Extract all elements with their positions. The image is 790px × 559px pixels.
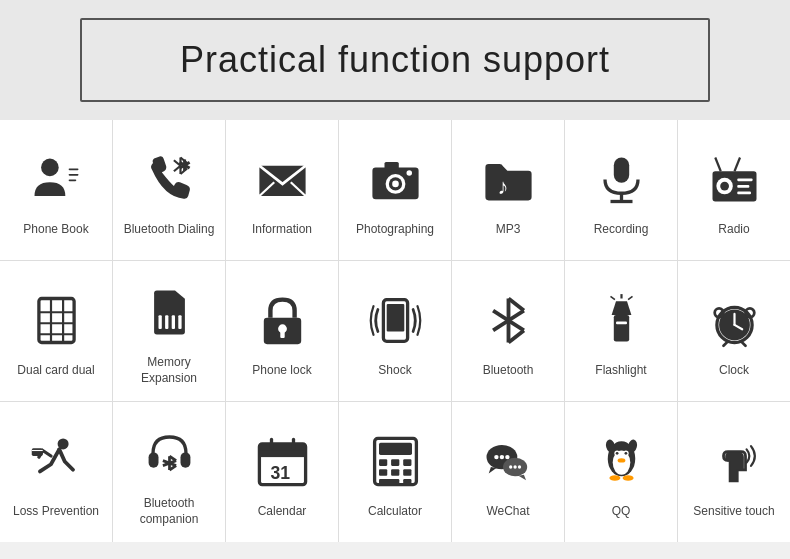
- cell-phone-lock: Phone lock: [226, 261, 339, 401]
- wechat-icon: [481, 426, 536, 496]
- photographing-icon: [368, 144, 423, 214]
- shock-icon: [368, 285, 423, 355]
- calculator-icon: [368, 426, 423, 496]
- flashlight-label: Flashlight: [595, 363, 646, 379]
- bluetooth-dialing-icon: ✱: [142, 144, 197, 214]
- svg-point-91: [494, 455, 498, 459]
- svg-line-30: [734, 157, 740, 171]
- svg-rect-39: [171, 315, 174, 329]
- svg-point-92: [499, 455, 503, 459]
- svg-text:♪: ♪: [497, 174, 508, 199]
- cell-loss-prevention: Loss Prevention: [0, 402, 113, 542]
- svg-point-96: [513, 465, 516, 468]
- cell-dual-card: Dual card dual: [0, 261, 113, 401]
- svg-line-49: [508, 330, 523, 342]
- header-section: Practical function support: [0, 0, 790, 120]
- cell-calculator: Calculator: [339, 402, 452, 542]
- svg-rect-45: [386, 304, 404, 332]
- grid-row-2: Dual card dual Memory Expansion: [0, 261, 790, 402]
- cell-mp3: ♪ MP3: [452, 120, 565, 260]
- svg-rect-83: [391, 459, 399, 466]
- svg-point-60: [714, 308, 723, 317]
- svg-rect-51: [613, 315, 628, 341]
- photographing-label: Photographing: [356, 222, 434, 238]
- svg-point-105: [609, 475, 620, 481]
- svg-rect-14: [384, 162, 398, 170]
- cell-bluetooth-companion: Bluetooth companion: [113, 402, 226, 542]
- svg-rect-85: [379, 469, 387, 476]
- svg-point-25: [720, 181, 729, 190]
- svg-rect-65: [31, 448, 42, 456]
- cell-bluetooth: Bluetooth: [452, 261, 565, 401]
- svg-rect-26: [737, 178, 752, 181]
- svg-rect-76: [259, 450, 305, 457]
- phone-lock-label: Phone lock: [252, 363, 311, 379]
- phone-book-label: Phone Book: [23, 222, 88, 238]
- svg-point-93: [505, 455, 509, 459]
- recording-label: Recording: [594, 222, 649, 238]
- radio-icon: [707, 144, 762, 214]
- sensitive-touch-label: Sensitive touch: [693, 504, 774, 520]
- svg-rect-55: [616, 321, 627, 324]
- page-title: Practical function support: [165, 39, 625, 81]
- cell-calendar: 31 Calendar: [226, 402, 339, 542]
- radio-label: Radio: [718, 222, 749, 238]
- svg-rect-2: [68, 174, 78, 176]
- dual-card-label: Dual card dual: [17, 363, 94, 379]
- cell-photographing: Photographing: [339, 120, 452, 260]
- svg-rect-1: [68, 168, 78, 170]
- svg-point-103: [624, 452, 627, 455]
- cell-sensitive-touch: Sensitive touch: [678, 402, 790, 542]
- svg-point-104: [617, 458, 625, 462]
- calendar-icon: 31: [255, 426, 310, 496]
- svg-rect-27: [737, 185, 749, 188]
- svg-point-17: [392, 180, 399, 187]
- phone-book-icon: [29, 144, 84, 214]
- mp3-icon: ♪: [481, 144, 536, 214]
- svg-line-54: [628, 296, 632, 299]
- svg-point-102: [615, 452, 618, 455]
- svg-rect-37: [158, 315, 161, 329]
- svg-line-29: [715, 157, 721, 171]
- cell-bluetooth-dialing: ✱ Bluetooth Dialing: [113, 120, 226, 260]
- cell-flashlight: Flashlight: [565, 261, 678, 401]
- svg-point-61: [745, 308, 754, 317]
- loss-prevention-label: Loss Prevention: [13, 504, 99, 520]
- bluetooth-icon: [481, 285, 536, 355]
- mp3-label: MP3: [496, 222, 521, 238]
- svg-line-63: [741, 341, 745, 345]
- cell-clock: Clock: [678, 261, 790, 401]
- cell-recording: Recording: [565, 120, 678, 260]
- grid-row-3: Loss Prevention Bluetooth companion: [0, 402, 790, 542]
- svg-rect-68: [180, 452, 190, 467]
- dual-card-icon: [29, 285, 84, 355]
- cell-radio: Radio: [678, 120, 790, 260]
- svg-text:31: 31: [270, 463, 290, 483]
- svg-rect-20: [613, 157, 628, 182]
- recording-icon: [594, 144, 649, 214]
- calculator-label: Calculator: [368, 504, 422, 520]
- cell-wechat: WeChat: [452, 402, 565, 542]
- bluetooth-companion-icon: [142, 418, 197, 488]
- svg-point-18: [406, 170, 412, 176]
- svg-point-97: [517, 465, 520, 468]
- loss-prevention-icon: [29, 426, 84, 496]
- svg-rect-87: [403, 469, 411, 476]
- svg-line-62: [723, 341, 727, 345]
- bluetooth-dialing-label: Bluetooth Dialing: [124, 222, 215, 238]
- svg-point-0: [41, 158, 59, 176]
- svg-rect-86: [391, 469, 399, 476]
- cell-shock: Shock: [339, 261, 452, 401]
- svg-rect-31: [38, 298, 73, 342]
- grid-row-1: Phone Book ✱ Bluetooth Dialing: [0, 120, 790, 261]
- svg-rect-84: [403, 459, 411, 466]
- memory-expansion-label: Memory Expansion: [118, 355, 220, 386]
- svg-rect-89: [403, 479, 411, 485]
- svg-point-106: [622, 475, 633, 481]
- qq-icon: [594, 426, 649, 496]
- svg-point-95: [509, 465, 512, 468]
- information-label: Information: [252, 222, 312, 238]
- shock-label: Shock: [378, 363, 411, 379]
- qq-label: QQ: [612, 504, 631, 520]
- svg-rect-43: [280, 330, 284, 338]
